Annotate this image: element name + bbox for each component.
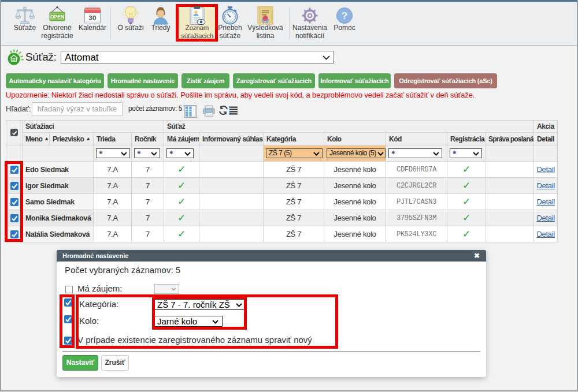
svg-text:30: 30 xyxy=(89,14,97,21)
svg-text:OPEN: OPEN xyxy=(50,14,64,20)
svg-text:?: ? xyxy=(342,10,347,21)
